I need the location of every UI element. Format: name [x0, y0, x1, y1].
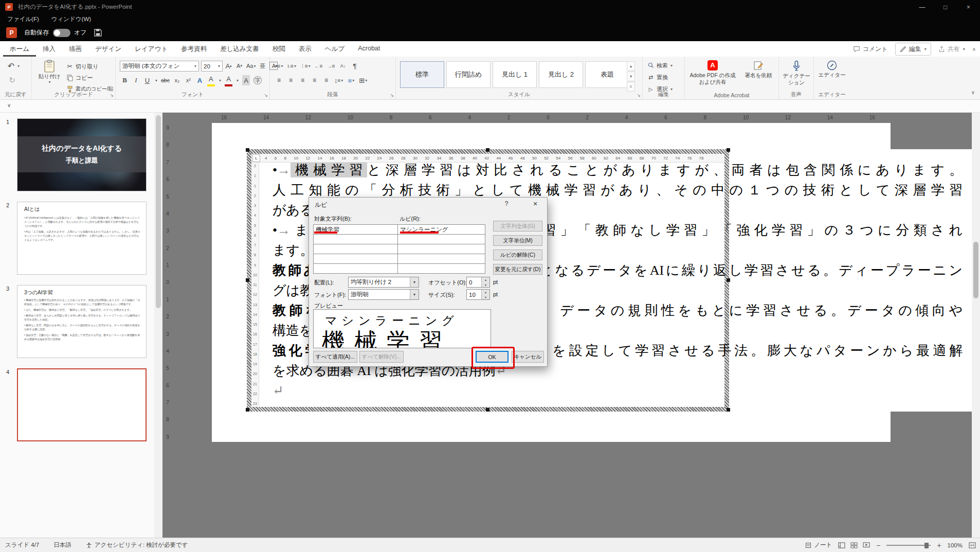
zoom-out-button[interactable]: −: [876, 541, 880, 549]
shrink-font-icon[interactable]: A▾: [235, 61, 243, 71]
subscript-icon[interactable]: x₂: [173, 75, 181, 85]
sort-icon[interactable]: A↓: [339, 61, 347, 71]
numbered-list-icon[interactable]: 1.≡▾: [287, 61, 296, 71]
distribute-icon[interactable]: ≡: [322, 75, 330, 85]
scrollbar-thumb[interactable]: [973, 242, 978, 298]
slide-thumbnail-1[interactable]: 社内のデータをAI化する 手順と課題: [17, 118, 147, 191]
base-text-cell[interactable]: [314, 244, 398, 254]
notes-button[interactable]: ノート: [805, 541, 832, 549]
change-case-icon[interactable]: Aa▾: [246, 61, 256, 71]
resize-handle[interactable]: [727, 408, 730, 412]
whole-string-button[interactable]: 文字列全体(G): [493, 221, 542, 232]
offset-stepper[interactable]: 0 ▴▾: [466, 277, 490, 288]
scrollbar-thumb[interactable]: [156, 115, 161, 308]
stepper-up-icon[interactable]: ▴: [482, 290, 489, 295]
font-size-combobox[interactable]: 20 ▾: [201, 61, 223, 72]
dialog-launcher-icon[interactable]: ↘: [264, 93, 268, 98]
per-character-button[interactable]: 文字単位(M): [493, 235, 542, 246]
resize-handle[interactable]: [246, 278, 249, 282]
font-color-icon[interactable]: A: [225, 74, 232, 86]
editing-mode-button[interactable]: 編集 ▾: [895, 43, 931, 56]
ribbon-tab[interactable]: 参考資料: [174, 41, 213, 57]
line-spacing-icon[interactable]: ↕≡▾: [334, 75, 343, 85]
align-center-icon[interactable]: ≡: [287, 75, 295, 85]
superscript-icon[interactable]: x²: [185, 75, 192, 85]
zoom-level[interactable]: 100%: [948, 542, 963, 548]
base-text-cell[interactable]: [314, 264, 398, 274]
dictate-button[interactable]: ディクテーション: [781, 60, 812, 86]
close-button[interactable]: ×: [957, 0, 980, 14]
autosave-toggle[interactable]: [53, 29, 70, 37]
cancel-button[interactable]: キャンセル: [512, 351, 544, 363]
multilevel-list-icon[interactable]: ⋮≡▾: [300, 61, 311, 71]
gallery-up-icon[interactable]: ▴: [627, 61, 635, 71]
dialog-titlebar[interactable]: ルビ ? ×: [309, 198, 547, 210]
dialog-launcher-icon[interactable]: ↘: [390, 93, 394, 98]
chevron-down-icon[interactable]: ∨: [7, 102, 11, 108]
apply-all-button[interactable]: すべて適用(A)...: [313, 351, 357, 363]
dialog-close-button[interactable]: ×: [527, 199, 544, 209]
create-pdf-button[interactable]: A Adobe PDF の作成および共有: [688, 60, 737, 85]
ruby-text-cell[interactable]: [398, 254, 485, 264]
resize-handle[interactable]: [486, 408, 489, 412]
remove-ruby-button[interactable]: ルビの解除(C): [493, 250, 542, 260]
ribbon-pin-icon[interactable]: ∧: [972, 46, 976, 52]
cut-button[interactable]: ✂ 切り取り: [66, 61, 99, 72]
chevron-down-icon[interactable]: ▾: [219, 78, 221, 83]
underline-icon[interactable]: U: [143, 75, 151, 85]
remove-all-button[interactable]: すべて解除(V)...: [359, 351, 404, 363]
zoom-in-button[interactable]: +: [937, 541, 941, 549]
share-button[interactable]: 共有 ▾: [938, 45, 965, 54]
bold-icon[interactable]: B: [121, 75, 129, 85]
ribbon-tab[interactable]: ホーム: [3, 41, 36, 57]
enclose-characters-icon[interactable]: 字: [253, 76, 262, 84]
alignment-combobox[interactable]: 均等割り付け 2 ▾: [348, 277, 419, 288]
collapse-ribbon-icon[interactable]: ∨: [971, 90, 975, 95]
resize-handle[interactable]: [246, 408, 249, 412]
style-item[interactable]: 表題: [585, 61, 629, 88]
stepper-down-icon[interactable]: ▾: [482, 282, 489, 288]
redo-icon[interactable]: ↻: [8, 75, 16, 85]
chevron-down-icon[interactable]: ▾: [237, 78, 239, 83]
dialog-launcher-icon[interactable]: ↘: [637, 93, 641, 98]
document-line[interactable]: •→機械学習と深層学習は対比されることがありますが、両者は包含関係にあります。: [273, 160, 963, 180]
base-text-cell[interactable]: [314, 235, 398, 244]
dialog-launcher-icon[interactable]: ↘: [110, 93, 114, 98]
slide-sorter-view-icon[interactable]: [850, 542, 858, 548]
resize-handle[interactable]: [246, 148, 249, 152]
gallery-more-icon[interactable]: ≡: [627, 82, 635, 92]
slider-knob[interactable]: [924, 543, 929, 548]
italic-icon[interactable]: I: [132, 75, 140, 85]
slide-indicator[interactable]: スライド 4/7: [5, 541, 39, 549]
ribbon-tab[interactable]: 表示: [292, 41, 318, 57]
dialog-help-button[interactable]: ?: [499, 199, 514, 209]
menu-item[interactable]: ウィンドウ(W): [51, 15, 91, 23]
slideshow-view-icon[interactable]: [863, 542, 870, 548]
resize-handle[interactable]: [727, 148, 730, 152]
ruby-text-cell[interactable]: [398, 244, 485, 254]
formatting-marks-icon[interactable]: ¶: [351, 61, 359, 71]
slide-thumbnail-4-selected[interactable]: [17, 368, 147, 441]
style-item[interactable]: 見出し 2: [539, 61, 583, 88]
increase-indent-icon[interactable]: →≡: [327, 61, 335, 71]
chevron-down-icon[interactable]: ▾: [155, 78, 157, 83]
highlight-color-icon[interactable]: A: [207, 74, 215, 86]
language-indicator[interactable]: 日本語: [53, 541, 71, 549]
find-button[interactable]: 検索 ▾: [647, 60, 673, 70]
stepper-up-icon[interactable]: ▴: [482, 277, 489, 282]
ruby-font-combobox[interactable]: 游明朝 ▾: [348, 289, 419, 300]
request-signature-button[interactable]: 署名を依頼: [740, 60, 776, 79]
phonetic-guide-icon[interactable]: 亜: [259, 61, 266, 71]
style-item[interactable]: 標準: [400, 61, 444, 88]
slide-thumbnail-3[interactable]: 3つのAI学習 • 機械学習と深層学習は対比されることがありますが、両者は包含関…: [17, 285, 147, 358]
size-stepper[interactable]: 10 ▴▾: [466, 289, 490, 300]
style-item[interactable]: 行間詰め: [446, 61, 491, 88]
chevron-down-icon[interactable]: ▾: [17, 64, 20, 68]
copy-button[interactable]: コピー: [66, 73, 93, 83]
replace-button[interactable]: ⇄ 置換: [647, 72, 668, 82]
font-name-combobox[interactable]: 游明朝 (本文のフォン ▾: [120, 61, 199, 72]
bullet-list-icon[interactable]: •≡▾: [275, 61, 283, 71]
text-effects-icon[interactable]: A: [196, 75, 204, 85]
zoom-slider[interactable]: [886, 542, 931, 549]
menu-item[interactable]: ファイル(F): [7, 15, 39, 23]
